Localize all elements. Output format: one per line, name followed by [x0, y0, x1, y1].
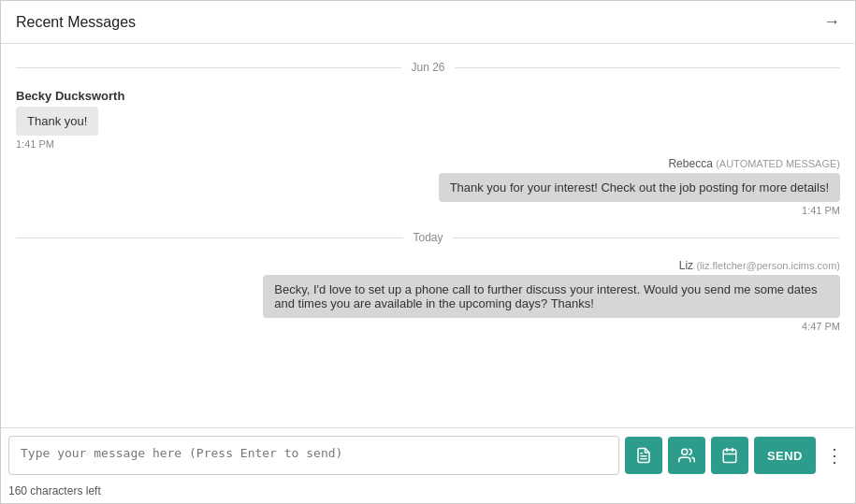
app-container: Recent Messages → Jun 26 Becky Duckswort…	[1, 1, 855, 503]
navigate-arrow-icon[interactable]: →	[823, 12, 840, 32]
date-divider-jun26: Jun 26	[16, 61, 840, 74]
document-icon	[635, 447, 652, 464]
divider-line-right	[455, 67, 840, 68]
sender-label-liz: Liz (liz.fletcher@person.icims.com)	[679, 259, 840, 272]
svg-point-2	[682, 449, 688, 454]
sender-label-rebecca: Rebecca (AUTOMATED MESSAGE)	[668, 157, 840, 170]
more-options-button[interactable]: ⋮	[821, 444, 848, 467]
message-left-becky: Becky Ducksworth Thank you! 1:41 PM	[16, 89, 511, 150]
message-right-liz: Liz (liz.fletcher@person.icims.com) Beck…	[263, 259, 840, 332]
divider-line-today-left	[16, 238, 403, 238]
char-count: 160 characters left	[1, 482, 855, 503]
message-input[interactable]	[8, 436, 619, 475]
time-rebecca: 1:41 PM	[802, 205, 840, 216]
date-label-jun26: Jun 26	[411, 61, 444, 74]
users-icon	[678, 447, 695, 464]
calendar-button[interactable]	[711, 437, 748, 474]
document-button[interactable]	[625, 437, 662, 474]
input-row: SEND ⋮	[1, 428, 855, 482]
header: Recent Messages →	[1, 1, 855, 44]
calendar-icon	[721, 447, 738, 464]
message-right-rebecca: Rebecca (AUTOMATED MESSAGE) Thank you fo…	[439, 157, 840, 216]
sender-name-liz: Liz	[679, 259, 693, 272]
users-button[interactable]	[668, 437, 705, 474]
sender-tag-liz: (liz.fletcher@person.icims.com)	[696, 260, 840, 271]
date-label-today: Today	[413, 231, 443, 244]
messages-area: Jun 26 Becky Ducksworth Thank you! 1:41 …	[1, 44, 855, 427]
bottom-toolbar: SEND ⋮ 160 characters left	[1, 427, 855, 503]
sender-name-rebecca: Rebecca	[668, 157, 712, 170]
sender-name-becky: Becky Ducksworth	[16, 89, 124, 103]
svg-rect-3	[723, 450, 736, 463]
sender-tag-rebecca: (AUTOMATED MESSAGE)	[716, 158, 840, 169]
divider-line-left	[16, 67, 401, 68]
time-liz: 4:47 PM	[802, 321, 840, 332]
bubble-becky: Thank you!	[16, 107, 98, 136]
send-button[interactable]: SEND	[754, 437, 816, 474]
header-title: Recent Messages	[16, 14, 136, 31]
divider-line-today-right	[453, 238, 840, 238]
bubble-rebecca: Thank you for your interest! Check out t…	[439, 173, 840, 202]
date-divider-today: Today	[16, 231, 840, 244]
bubble-liz: Becky, I'd love to set up a phone call t…	[263, 275, 840, 318]
time-becky: 1:41 PM	[16, 138, 54, 150]
